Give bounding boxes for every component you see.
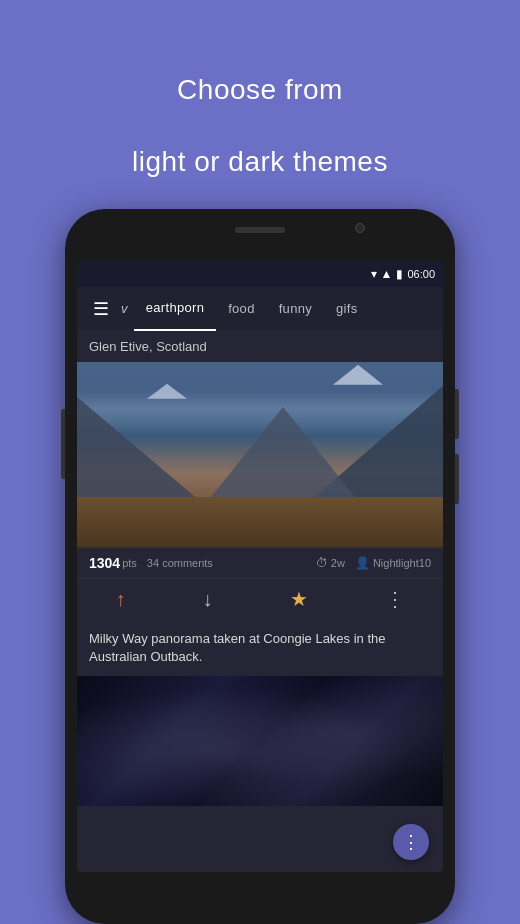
tabs-container: v earthporn food funny gifs (117, 287, 435, 331)
post1-points: 1304 (89, 555, 120, 571)
status-time: 06:00 (407, 268, 435, 280)
status-bar: ▾ ▲ ▮ 06:00 (77, 261, 443, 287)
clock-icon: ⏱ (316, 556, 328, 570)
post1-comments: 34 comments (147, 557, 213, 569)
mountain-left (77, 397, 207, 507)
downvote-button[interactable]: ↓ (187, 582, 229, 617)
post1-points-label: pts (122, 557, 137, 569)
mountain-center (203, 407, 363, 507)
phone-mockup: ▾ ▲ ▮ 06:00 ☰ v earthporn food funny gif… (65, 209, 455, 924)
side-button-right1 (455, 389, 459, 439)
signal-icon: ▲ (381, 267, 393, 281)
post1-meta: 1304 pts 34 comments ⏱ 2w 👤 Nightlight10 (77, 547, 443, 578)
upvote-button[interactable]: ↑ (100, 582, 142, 617)
post2-title: Milky Way panorama taken at Coongie Lake… (77, 620, 443, 676)
action-bar: ↑ ↓ ★ ⋮ (77, 578, 443, 620)
status-bar-right: ▾ ▲ ▮ 06:00 (371, 267, 435, 281)
milkyway-overlay (77, 676, 443, 806)
tab-v[interactable]: v (117, 287, 134, 331)
battery-icon: ▮ (396, 267, 403, 281)
more-button[interactable]: ⋮ (369, 581, 421, 617)
post-card-2: Milky Way panorama taken at Coongie Lake… (77, 620, 443, 872)
post2-image (77, 676, 443, 806)
hamburger-button[interactable]: ☰ (85, 292, 117, 326)
post1-image (77, 362, 443, 547)
fab-button[interactable]: ⋮ (393, 824, 429, 860)
headline-line2: light or dark themes (132, 144, 388, 180)
wifi-icon: ▾ (371, 267, 377, 281)
post1-meta-right: ⏱ 2w 👤 Nightlight10 (316, 556, 431, 570)
post-card-1: Glen Etive, Scotland 1304 pts 34 comment… (77, 331, 443, 578)
camera-dot (355, 223, 365, 233)
toolbar: ☰ v earthporn food funny gifs (77, 287, 443, 331)
ground-overlay (77, 497, 443, 547)
tab-earthporn[interactable]: earthporn (134, 287, 216, 331)
side-button-right2 (455, 454, 459, 504)
user-icon: 👤 (355, 556, 370, 570)
post1-title: Glen Etive, Scotland (77, 331, 443, 362)
phone-screen: ▾ ▲ ▮ 06:00 ☰ v earthporn food funny gif… (77, 261, 443, 872)
headline-line1: Choose from (132, 72, 388, 108)
post1-time: ⏱ 2w (316, 556, 345, 570)
tab-gifs[interactable]: gifs (324, 287, 369, 331)
tab-food[interactable]: food (216, 287, 267, 331)
star-button[interactable]: ★ (274, 581, 324, 617)
side-button-left (61, 409, 65, 479)
post1-user: 👤 Nightlight10 (355, 556, 431, 570)
tab-funny[interactable]: funny (267, 287, 324, 331)
headline: Choose from light or dark themes (132, 36, 388, 181)
